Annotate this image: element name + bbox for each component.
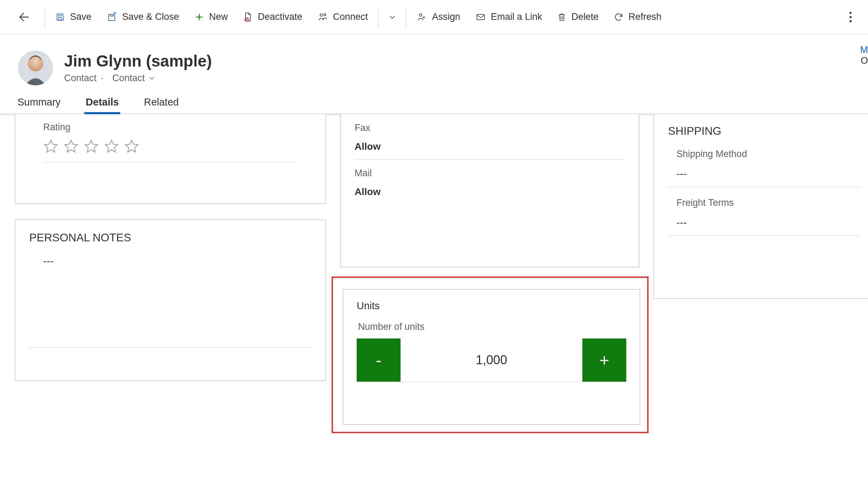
header-right-clip: M O bbox=[860, 45, 868, 66]
freight-terms-label: Freight Terms bbox=[676, 197, 860, 208]
fax-field[interactable]: Fax Allow bbox=[355, 114, 625, 159]
tab-strip: Summary Details Related bbox=[0, 91, 868, 114]
email-link-icon bbox=[475, 13, 486, 22]
overflow-button[interactable] bbox=[843, 0, 858, 34]
assign-icon bbox=[417, 12, 427, 22]
star-icon bbox=[43, 139, 59, 154]
save-close-icon bbox=[107, 12, 117, 22]
svg-point-7 bbox=[850, 16, 852, 18]
personal-notes-field[interactable]: --- bbox=[29, 255, 311, 348]
new-icon bbox=[194, 12, 204, 22]
minus-icon: - bbox=[376, 351, 381, 370]
delete-icon bbox=[557, 12, 566, 22]
tab-details[interactable]: Details bbox=[84, 96, 120, 114]
shipping-method-field[interactable]: Shipping Method --- bbox=[668, 149, 860, 187]
shipping-method-value: --- bbox=[676, 168, 860, 180]
deactivate-button[interactable]: Deactivate bbox=[235, 0, 310, 34]
form-name: Contact bbox=[113, 73, 145, 84]
svg-point-4 bbox=[419, 14, 422, 16]
rating-label: Rating bbox=[43, 122, 297, 133]
form-body: Rating PERSONAL NOTES --- Fax Allow Mail… bbox=[0, 114, 868, 478]
chevron-down-icon bbox=[148, 75, 155, 81]
svg-rect-5 bbox=[477, 14, 485, 20]
svg-point-2 bbox=[320, 14, 323, 16]
star-icon bbox=[124, 139, 139, 154]
connect-dropdown[interactable] bbox=[381, 0, 403, 34]
clip-letter: O bbox=[860, 55, 868, 66]
units-label: Number of units bbox=[358, 321, 626, 332]
units-highlight: Units Number of units - 1,000 + bbox=[332, 276, 649, 433]
connect-icon bbox=[318, 12, 328, 22]
mail-field[interactable]: Mail Allow bbox=[355, 159, 625, 204]
star-icon bbox=[104, 139, 119, 154]
new-button[interactable]: New bbox=[187, 0, 235, 34]
star-icon bbox=[63, 139, 79, 154]
units-title: Units bbox=[357, 300, 626, 312]
decrement-button[interactable]: - bbox=[357, 338, 401, 382]
refresh-label: Refresh bbox=[628, 11, 661, 22]
mail-label: Mail bbox=[355, 168, 625, 179]
star-rating[interactable] bbox=[43, 139, 297, 162]
delete-label: Delete bbox=[571, 11, 598, 22]
freight-terms-value: --- bbox=[676, 217, 860, 228]
mail-value: Allow bbox=[355, 186, 625, 197]
shipping-section: SHIPPING Shipping Method --- Freight Ter… bbox=[653, 114, 868, 299]
personal-notes-section: PERSONAL NOTES --- bbox=[15, 219, 326, 381]
svg-point-3 bbox=[324, 14, 326, 16]
dot: · bbox=[101, 73, 103, 84]
form-selector[interactable]: Contact bbox=[113, 73, 155, 84]
freight-terms-field[interactable]: Freight Terms --- bbox=[668, 197, 860, 236]
units-value[interactable]: 1,000 bbox=[401, 353, 582, 367]
delete-button[interactable]: Delete bbox=[550, 0, 606, 34]
clip-letter: M bbox=[860, 45, 868, 55]
svg-point-6 bbox=[850, 12, 852, 14]
rating-section: Rating bbox=[15, 114, 326, 204]
deactivate-icon bbox=[243, 12, 253, 22]
assign-button[interactable]: Assign bbox=[409, 0, 468, 34]
chevron-down-icon bbox=[388, 13, 396, 21]
connect-button[interactable]: Connect bbox=[310, 0, 376, 34]
fax-label: Fax bbox=[355, 123, 625, 133]
avatar bbox=[18, 50, 53, 85]
refresh-icon bbox=[614, 12, 623, 22]
fax-value: Allow bbox=[355, 141, 625, 152]
record-subtitle: Contact · Contact bbox=[64, 73, 212, 84]
units-section: Units Number of units - 1,000 + bbox=[343, 289, 640, 425]
record-header: Jim Glynn (sample) Contact · Contact M O bbox=[0, 34, 868, 91]
svg-rect-0 bbox=[59, 17, 62, 20]
save-close-button[interactable]: Save & Close bbox=[99, 0, 187, 34]
record-title: Jim Glynn (sample) bbox=[64, 52, 212, 70]
shipping-method-label: Shipping Method bbox=[676, 149, 860, 159]
svg-point-10 bbox=[28, 56, 43, 71]
tab-summary[interactable]: Summary bbox=[16, 96, 62, 114]
deactivate-label: Deactivate bbox=[258, 11, 302, 22]
connect-label: Connect bbox=[333, 11, 368, 22]
new-label: New bbox=[209, 11, 228, 22]
shipping-title: SHIPPING bbox=[668, 125, 860, 138]
save-button[interactable]: Save bbox=[48, 0, 99, 34]
tab-related[interactable]: Related bbox=[142, 96, 180, 114]
email-link-button[interactable]: Email a Link bbox=[468, 0, 550, 34]
entity-name: Contact bbox=[64, 73, 96, 84]
assign-label: Assign bbox=[432, 11, 460, 22]
star-icon bbox=[84, 139, 99, 154]
quantity-stepper: - 1,000 + bbox=[357, 338, 626, 382]
toolbar-divider bbox=[378, 7, 379, 28]
kebab-icon bbox=[849, 11, 852, 23]
save-icon bbox=[55, 12, 65, 22]
plus-icon: + bbox=[599, 351, 609, 370]
save-close-label: Save & Close bbox=[122, 11, 179, 22]
back-arrow-icon bbox=[18, 11, 30, 23]
svg-point-8 bbox=[850, 20, 852, 22]
increment-button[interactable]: + bbox=[582, 338, 626, 382]
save-label: Save bbox=[70, 11, 92, 22]
toolbar-divider bbox=[406, 7, 406, 28]
email-link-label: Email a Link bbox=[491, 11, 542, 22]
toolbar-divider bbox=[45, 7, 45, 28]
back-button[interactable] bbox=[6, 0, 42, 34]
refresh-button[interactable]: Refresh bbox=[606, 0, 669, 34]
personal-notes-value: --- bbox=[43, 255, 54, 267]
personal-notes-title: PERSONAL NOTES bbox=[29, 231, 311, 244]
contact-preferences-section: Fax Allow Mail Allow bbox=[340, 114, 640, 267]
command-bar: Save Save & Close New Deactivate bbox=[0, 0, 868, 34]
